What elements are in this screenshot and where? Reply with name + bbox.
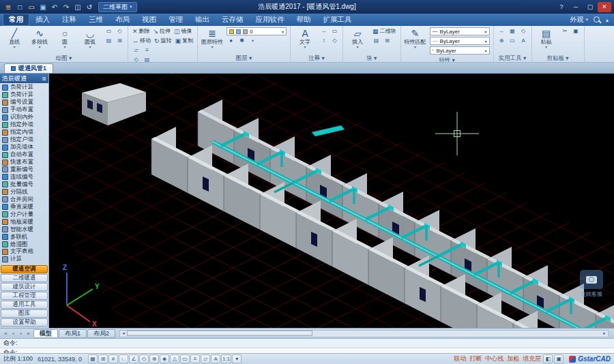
tool-button[interactable]: ▦二维块	[372, 27, 397, 35]
ribbon-tab[interactable]: 三维	[83, 14, 109, 26]
sidebar-item[interactable]: 识别内外	[0, 114, 48, 121]
tool-button[interactable]: ✎特性匹配▾	[405, 27, 426, 49]
small-tool-icon[interactable]: ≡	[143, 46, 151, 54]
ribbon-tab[interactable]: 应用软件	[250, 14, 291, 26]
small-tool-icon[interactable]: ✂	[561, 27, 570, 35]
document-tab[interactable]: 暖通风管1	[4, 63, 53, 73]
small-tool-icon[interactable]: ▣	[572, 27, 581, 35]
tool-button[interactable]: ≣图层特性▾	[201, 27, 223, 49]
status-text-toggle[interactable]: 联动	[454, 354, 466, 363]
preview-button[interactable]: ↺	[84, 1, 95, 12]
layout-tab[interactable]: 模型	[33, 329, 58, 338]
sidebar-item[interactable]: 手动布置	[0, 106, 48, 114]
layout-nav-icon[interactable]: «	[2, 331, 10, 337]
panel-label[interactable]: 特性 ▾	[405, 56, 490, 63]
drawing-canvas[interactable]: ZYX 在线客服	[49, 74, 614, 328]
status-toggle-3d-object-snap[interactable]: ◈	[160, 354, 169, 363]
full-screen-icon[interactable]: ▣	[554, 354, 564, 363]
tool-button[interactable]: ▣复制	[175, 37, 194, 44]
small-tool-icon[interactable]: ⊞	[115, 37, 124, 44]
sidebar-item[interactable]: 分户计量	[0, 211, 48, 218]
drawing-viewport[interactable]: ZYX	[49, 74, 614, 328]
small-tool-icon[interactable]: ▱	[132, 46, 141, 54]
status-toggle-model-space[interactable]: ▦	[88, 354, 98, 363]
status-toggle-annotation-visibility[interactable]: A	[211, 354, 220, 363]
tool-button[interactable]: ▱插入▾	[347, 27, 368, 49]
tool-button[interactable]: ◡圆弧▾	[79, 27, 101, 49]
small-tool-icon[interactable]: ✱	[237, 37, 246, 44]
maximize-button[interactable]: ▢	[583, 2, 597, 12]
layout-tab[interactable]: 布局2	[87, 329, 115, 338]
status-toggle-annotation-scale[interactable]: 1:1	[221, 354, 231, 363]
sidebar-item[interactable]: 指定户墙	[0, 136, 48, 144]
small-tool-icon[interactable]: ▦	[508, 27, 517, 35]
small-tool-icon[interactable]: ↕	[319, 37, 328, 44]
sidebar-item[interactable]: 自动布置	[0, 151, 48, 159]
scale-readout[interactable]: 比例 1:100	[3, 354, 33, 363]
save-button[interactable]: ▣	[38, 1, 48, 12]
minimize-button[interactable]: ─	[569, 2, 583, 12]
tool-button[interactable]: ╱直线▾	[3, 27, 25, 49]
status-toggle-ortho-mode[interactable]: ∟	[119, 354, 128, 363]
status-toggle-grid-display[interactable]: ⊞	[98, 354, 108, 363]
small-tool-icon[interactable]: ◇	[519, 27, 528, 35]
ribbon-tab[interactable]: 视图	[136, 14, 162, 26]
horizontal-scrollbar[interactable]: ◂ ▸	[119, 330, 609, 337]
small-tool-icon[interactable]: ⊞	[383, 37, 392, 44]
small-tool-icon[interactable]: ◇	[330, 37, 339, 44]
scroll-left-icon[interactable]: ◂	[120, 331, 127, 336]
print-button[interactable]: ◫	[72, 1, 83, 12]
sidebar-item[interactable]: 快速布置	[0, 159, 48, 166]
layout-nav-icon[interactable]: ›	[17, 331, 25, 337]
panel-label[interactable]: 剪贴板 ▾	[536, 54, 581, 62]
small-tool-icon[interactable]: ◇	[115, 27, 124, 35]
small-tool-icon[interactable]: ▭	[104, 27, 113, 35]
small-tool-icon[interactable]: A	[519, 37, 528, 44]
open-button[interactable]: ▭	[26, 1, 37, 12]
status-toggle-object-snap-tracking[interactable]: ⊕	[149, 354, 159, 363]
bylayer-select[interactable]: —ByLayer▾	[430, 37, 490, 45]
small-tool-icon[interactable]: ▤	[104, 37, 113, 44]
status-toggle-lineweight-display[interactable]: ≡	[190, 354, 200, 363]
small-tool-icon[interactable]: ▭	[508, 37, 517, 44]
tool-button[interactable]: ↻旋转	[154, 37, 173, 44]
sidebar-item[interactable]: 合并房间	[0, 196, 48, 203]
sidebar-item[interactable]: 重新编号	[0, 166, 48, 173]
layout-nav-icon[interactable]: »	[25, 331, 32, 337]
new-button[interactable]: □	[14, 1, 25, 12]
status-toggle-polar-tracking[interactable]: ∠	[129, 354, 138, 363]
search-icon[interactable]	[593, 16, 601, 24]
status-text-toggle[interactable]: 填充层	[523, 354, 541, 363]
ribbon-tab[interactable]: 常用	[3, 14, 29, 26]
tool-button[interactable]: ↔移动	[132, 37, 151, 44]
app-menu-button[interactable]: ≣	[3, 1, 14, 12]
ribbon-tab[interactable]: 管理	[162, 14, 189, 26]
status-toggle-transparency[interactable]: ▱	[201, 354, 210, 363]
help-button[interactable]: ?	[555, 2, 568, 12]
small-tool-icon[interactable]: ⊕	[497, 37, 506, 44]
sidebar-item[interactable]: 焓湿图	[0, 241, 48, 248]
small-tool-icon[interactable]: ◇	[132, 56, 141, 63]
tool-button[interactable]: ◫镜像	[173, 27, 193, 35]
scroll-right-icon[interactable]: ▸	[601, 331, 608, 336]
panel-label[interactable]: 块 ▾	[347, 54, 397, 62]
status-toggle-annotation-auto[interactable]: ▾	[232, 354, 242, 363]
ribbon-tab[interactable]: 布局	[109, 14, 136, 26]
sidebar-item[interactable]: 分隔线	[0, 188, 48, 196]
tool-button[interactable]: ∿多段线▾	[29, 27, 50, 49]
ribbon-tab[interactable]: 插入	[29, 14, 56, 26]
close-button[interactable]: ✕	[598, 2, 611, 12]
sidebar-item[interactable]: 文字表格	[0, 248, 48, 256]
sidebar-item[interactable]: 多联机	[0, 233, 48, 241]
sidebar-item[interactable]: 加亮墙体	[0, 144, 48, 151]
bylayer-select[interactable]: —ByLayer▾	[430, 27, 490, 35]
status-text-toggle[interactable]: 中心线	[485, 354, 503, 363]
sidebar-module-button[interactable]: 图库	[1, 309, 48, 318]
sidebar-item[interactable]: 指定外墙	[0, 121, 48, 129]
layer-select[interactable]: 0▾	[226, 27, 287, 35]
sidebar-item[interactable]: 垂直采暖	[0, 203, 48, 211]
panel-label[interactable]: 实用工具 ▾	[497, 54, 528, 62]
small-tool-icon[interactable]: ▤	[372, 37, 381, 44]
layout-tab[interactable]: 布局1	[59, 329, 87, 338]
sidebar-item[interactable]: 负荷计算	[0, 91, 48, 99]
